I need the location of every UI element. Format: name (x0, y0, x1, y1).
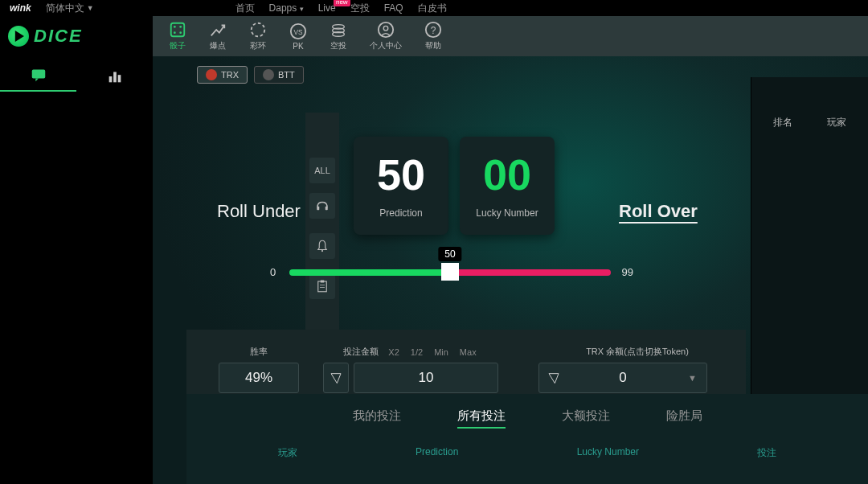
help-icon: ? (424, 21, 442, 39)
chat-tab-messages[interactable] (0, 66, 76, 92)
game-tab-airdrop[interactable]: 空投 (330, 21, 347, 51)
nav-dapps[interactable]: Dapps ▾ (269, 2, 304, 14)
person-icon (377, 21, 395, 39)
slider-thumb[interactable] (441, 263, 459, 281)
svg-point-2 (174, 26, 176, 28)
slider-value-tooltip: 50 (438, 247, 461, 261)
slider-min: 0 (270, 266, 276, 278)
filter-all[interactable]: ALL (309, 158, 335, 183)
svg-rect-1 (171, 23, 185, 37)
hist-tab-my-bets[interactable]: 我的投注 (353, 408, 401, 429)
mini-headset-button[interactable] (309, 193, 335, 219)
tron-icon (330, 371, 342, 384)
brand-wink[interactable]: wink (10, 2, 31, 14)
svg-text:VS: VS (293, 28, 303, 35)
svg-rect-16 (31, 70, 45, 79)
balance-value: 0 (619, 370, 626, 386)
chevron-down-icon: ▾ (300, 5, 304, 13)
svg-rect-24 (321, 281, 325, 283)
mini-notify-button[interactable] (309, 233, 335, 259)
chart-up-icon (209, 21, 227, 39)
svg-point-4 (174, 31, 176, 34)
game-tab-dice[interactable]: 骰子 (169, 21, 186, 51)
svg-rect-21 (326, 207, 328, 211)
bet-token-icon (323, 363, 349, 393)
bet-half[interactable]: 1/2 (409, 347, 424, 357)
svg-point-3 (179, 26, 182, 28)
clipboard-icon (315, 279, 330, 293)
svg-point-13 (383, 26, 388, 31)
mini-notes-button[interactable] (309, 273, 335, 299)
col-prediction: Prediction (416, 446, 458, 460)
bet-max[interactable]: Max (458, 347, 478, 357)
lucky-card: 00 Lucky Number (460, 137, 555, 235)
svg-point-22 (321, 250, 323, 252)
tron-icon (547, 371, 560, 384)
brand-dice-text: DICE (34, 26, 83, 47)
win-chance-value: 49% (219, 363, 299, 393)
col-lucky: Lucky Number (577, 446, 639, 460)
game-tab-profile[interactable]: 个人中心 (370, 21, 402, 51)
bet-min[interactable]: Min (432, 347, 450, 357)
chat-tab-leaderboard[interactable] (76, 68, 153, 92)
ring-icon (249, 21, 267, 39)
nav-faq[interactable]: FAQ (384, 2, 403, 14)
bet-amount-label: 投注金额 (343, 346, 379, 358)
coins-icon (330, 21, 347, 39)
probability-slider[interactable]: 50 0 99 (289, 269, 611, 276)
token-trx[interactable]: TRX (197, 66, 248, 84)
roll-over-label[interactable]: Roll Over (619, 201, 698, 222)
history-columns: 玩家 Prediction Lucky Number 投注 (186, 438, 868, 460)
bet-x2[interactable]: X2 (387, 347, 400, 357)
token-btt[interactable]: BTT (254, 66, 304, 84)
dice-icon (169, 21, 186, 39)
hist-tab-high-rollers[interactable]: 大额投注 (562, 408, 610, 429)
player-header: 玩家 (827, 116, 846, 129)
nav-whitepaper[interactable]: 白皮书 (418, 2, 447, 15)
leaderboard-panel: 排名 玩家 (751, 77, 868, 399)
col-player: 玩家 (278, 446, 297, 460)
svg-point-12 (379, 23, 393, 37)
headset-icon (315, 199, 330, 213)
balance-label: TRX 余额(点击切换Token) (586, 346, 689, 358)
token-selector: TRX BTT (197, 66, 304, 84)
slider-max: 99 (622, 266, 633, 278)
svg-rect-17 (108, 76, 112, 82)
game-tab-ring[interactable]: 彩环 (249, 21, 267, 51)
top-nav: wink 简体中文 ▼ 首页 Dapps ▾ Live new 空投 FAQ 白… (0, 0, 868, 16)
new-badge: new (334, 0, 350, 6)
nav-airdrop[interactable]: 空投 (350, 2, 370, 15)
history-panel: 我的投注 所有投注 大额投注 险胜局 玩家 Prediction Lucky N… (186, 394, 868, 484)
main-game-area: ALL TRX BTT Roll Under Roll Over 50 Pred… (153, 56, 868, 484)
game-tab-pk[interactable]: VS PK (289, 23, 307, 51)
vs-icon: VS (289, 23, 307, 40)
win-chance-label: 胜率 (250, 346, 268, 358)
svg-text:?: ? (431, 25, 436, 36)
game-tab-help[interactable]: ? 帮助 (424, 21, 442, 51)
language-selector[interactable]: 简体中文 ▼ (46, 2, 94, 15)
svg-point-5 (179, 31, 182, 34)
hist-tab-rare-wins[interactable]: 险胜局 (666, 408, 702, 429)
prediction-label: Prediction (379, 207, 422, 219)
hist-tab-all-bets[interactable]: 所有投注 (457, 408, 506, 429)
svg-rect-19 (117, 75, 121, 82)
nav-live[interactable]: Live new (318, 2, 336, 14)
nav-home[interactable]: 首页 (235, 2, 255, 15)
col-bet: 投注 (757, 446, 776, 460)
svg-marker-0 (15, 31, 24, 42)
balance-selector[interactable]: 0 ▼ (538, 363, 707, 393)
svg-rect-18 (113, 72, 117, 83)
prediction-value: 50 (377, 153, 425, 196)
bet-amount-input[interactable]: 10 (354, 363, 498, 393)
game-tab-crash[interactable]: 爆点 (209, 21, 227, 51)
brand-dice[interactable]: DICE (0, 16, 153, 56)
bars-icon (106, 68, 124, 85)
lucky-value: 00 (483, 153, 531, 196)
svg-rect-23 (318, 281, 327, 292)
stat-cards: 50 Prediction 00 Lucky Number (354, 137, 555, 235)
language-label: 简体中文 (46, 2, 84, 15)
bell-icon (315, 239, 330, 253)
roll-under-label[interactable]: Roll Under (217, 201, 301, 222)
chevron-down-icon: ▼ (688, 373, 697, 383)
chat-icon (30, 66, 47, 84)
